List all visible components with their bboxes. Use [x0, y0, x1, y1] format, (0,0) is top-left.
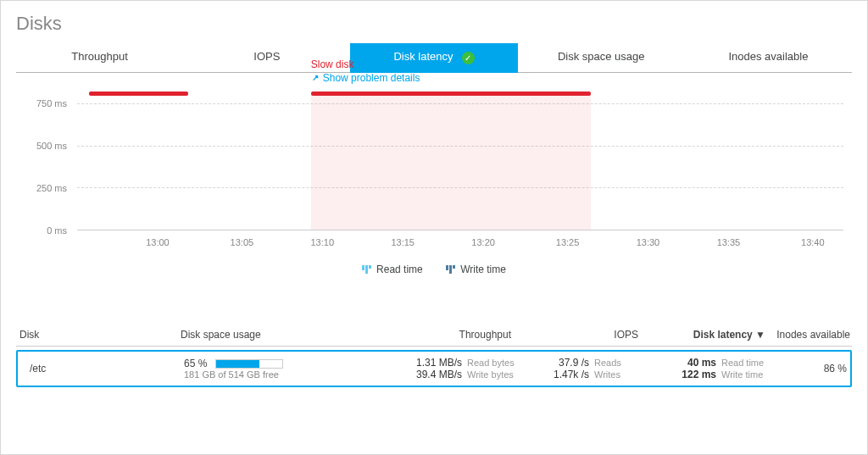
cell-space: 65 % 181 GB of 514 GB free	[184, 358, 370, 380]
disks-table: Disk Disk space usage Throughput IOPS Di…	[16, 324, 852, 387]
problem-annotation: Slow disk Show problem details	[311, 58, 420, 85]
problem-title: Slow disk	[311, 58, 420, 71]
cell-inodes: 86 %	[769, 363, 854, 375]
cell-latency: 40 msRead time 122 msWrite time	[642, 357, 769, 380]
x-tick: 13:25	[556, 237, 580, 247]
x-tick: 13:10	[311, 237, 335, 247]
tab-throughput[interactable]: Throughput	[16, 43, 183, 73]
usage-pct: 65 %	[184, 358, 207, 369]
read-swatch-icon	[362, 265, 371, 274]
tabs: ThroughputIOPSDisk latency✓Disk space us…	[16, 43, 852, 73]
y-axis: 0 ms250 ms500 ms750 ms	[16, 95, 67, 230]
legend-read-label: Read time	[376, 264, 423, 275]
th-latency[interactable]: Disk latency ▼	[638, 329, 765, 341]
problem-marker	[89, 92, 189, 96]
x-tick: 13:35	[717, 237, 741, 247]
x-tick: 13:05	[231, 237, 254, 247]
sort-desc-icon: ▼	[755, 329, 765, 341]
write-swatch-icon	[446, 265, 455, 274]
x-tick: 13:30	[637, 237, 660, 247]
legend-write-label: Write time	[460, 264, 506, 275]
disks-panel: Disks ThroughputIOPSDisk latency✓Disk sp…	[0, 0, 868, 455]
y-tick: 250 ms	[36, 183, 67, 193]
y-tick: 500 ms	[36, 141, 67, 151]
usage-free: 181 GB of 514 GB free	[184, 369, 370, 380]
th-iops[interactable]: IOPS	[511, 329, 638, 341]
problem-shade	[311, 95, 591, 230]
legend-write: Write time	[446, 264, 506, 275]
cell-disk: /etc	[23, 363, 184, 375]
tab-inodes[interactable]: Inodes available	[685, 43, 852, 73]
cell-iops: 37.9 /sReads 1.47k /sWrites	[515, 357, 642, 380]
check-icon: ✓	[462, 52, 475, 64]
cell-throughput: 1.31 MB/sRead bytes 39.4 MB/sWrite bytes	[370, 357, 515, 380]
th-disk[interactable]: Disk	[19, 329, 181, 341]
x-axis: 13:0013:0513:1013:1513:2013:2513:3013:35…	[77, 237, 843, 251]
y-tick: 750 ms	[36, 98, 67, 108]
chart-legend: Read time Write time	[16, 261, 852, 275]
usage-bar	[215, 359, 283, 369]
x-tick: 13:15	[391, 237, 415, 247]
th-throughput[interactable]: Throughput	[367, 329, 511, 341]
th-inodes[interactable]: Inodes available	[765, 329, 850, 341]
y-tick: 0 ms	[47, 225, 67, 236]
tab-space[interactable]: Disk space usage	[518, 43, 685, 73]
chart-plot-area[interactable]	[77, 95, 843, 230]
th-space[interactable]: Disk space usage	[181, 329, 367, 341]
x-tick: 13:20	[471, 237, 495, 247]
table-header: Disk Disk space usage Throughput IOPS Di…	[16, 324, 852, 347]
legend-read: Read time	[362, 264, 423, 275]
latency-chart: 0 ms250 ms500 ms750 ms Slow disk Show pr…	[16, 95, 852, 286]
show-problem-details-link[interactable]: Show problem details	[311, 71, 420, 85]
x-tick: 13:00	[146, 237, 170, 247]
page-title: Disks	[16, 13, 852, 35]
table-row[interactable]: /etc 65 % 181 GB of 514 GB free 1.31 MB/…	[16, 350, 852, 387]
x-tick: 13:40	[801, 237, 825, 247]
